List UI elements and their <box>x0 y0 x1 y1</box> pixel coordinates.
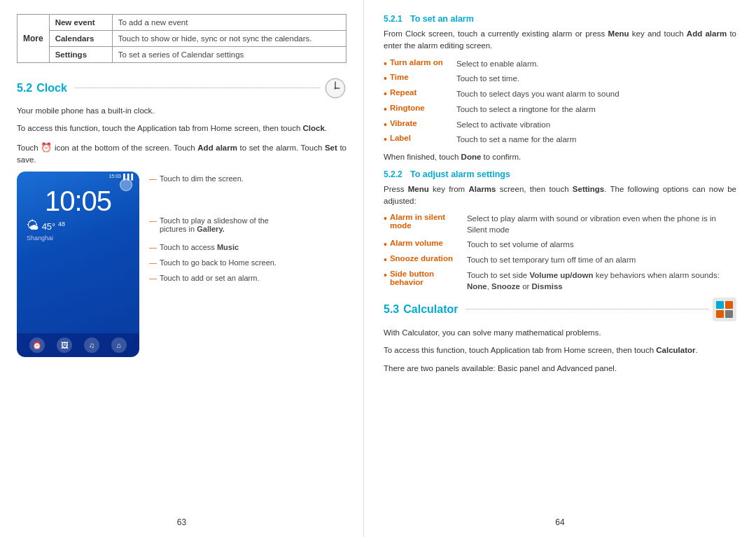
callout-gallery-text: Touch to play a slideshow of thepictures… <box>160 216 269 233</box>
bullet-desc: Touch to set time. <box>456 73 736 85</box>
temp-unit: 48 <box>58 221 65 228</box>
bullet-dot: • <box>384 213 387 235</box>
section-53-heading: 5.3 Calculator <box>384 298 736 321</box>
clock-icon <box>324 77 346 99</box>
callout-dim: — Touch to dim the screen. <box>149 174 276 183</box>
arrow-icon: — <box>149 258 157 267</box>
bullet-desc: Touch to set a name for the alarm <box>456 134 736 146</box>
bullet-label: Ringtone <box>390 104 456 116</box>
settings-label: Settings <box>49 47 112 63</box>
calc-intro1: With Calculator, you can solve many math… <box>384 327 736 339</box>
alarm-icon[interactable]: ⏰ <box>29 337 45 353</box>
bullet-turn-alarm: • Turn alarm on Select to enable alarm. <box>384 58 736 70</box>
bullet-vibrate: • Vibrate Select to activate vibration <box>384 119 736 131</box>
bullet-label: Repeat <box>390 88 456 100</box>
page-number-right: 64 <box>555 517 564 527</box>
arrow-icon: — <box>149 174 157 183</box>
alarm-adjust-list: • Alarm in silentmode Select to play ala… <box>384 213 736 292</box>
callout-gallery: — Touch to play a slideshow of thepictur… <box>149 216 276 233</box>
clock-intro3: Touch ⏰ icon at the bottom of the screen… <box>17 141 346 167</box>
bullet-label: Alarm in silentmode <box>390 213 467 235</box>
section-522-heading: 5.2.2 To adjust alarm settings <box>384 169 736 179</box>
settings-desc: To set a series of Calendar settings <box>112 47 346 63</box>
bullet-label: Time <box>390 73 456 85</box>
arrow-icon: — <box>149 243 157 251</box>
bullet-desc: Select to activate vibration <box>456 119 736 131</box>
section-522-title: To adjust alarm settings <box>410 169 510 179</box>
alarm-settings-list: • Turn alarm on Select to enable alarm. … <box>384 58 736 146</box>
bullet-dot: • <box>384 119 387 131</box>
bullet-repeat: • Repeat Touch to select days you want a… <box>384 88 736 100</box>
bullet-desc: Touch to set side Volume up/down key beh… <box>467 270 736 292</box>
new-event-desc: To add a new event <box>112 15 346 31</box>
bullet-dot: • <box>384 73 387 85</box>
finish-text: When finished, touch Done to confirm. <box>384 151 736 163</box>
section-52-heading: 5.2 Clock <box>17 77 346 99</box>
section-53: 5.3 Calculator With Calculator, you can … <box>384 298 736 375</box>
table-row: Calendars Touch to show or hide, sync or… <box>18 31 346 47</box>
bullet-desc: Select to play alarm with sound or vibra… <box>467 213 736 235</box>
music-icon[interactable]: ♫ <box>84 337 99 353</box>
bullet-desc: Touch to set temporary turn off time of … <box>467 254 736 266</box>
phone-mock: 15:03 ▌▌▌ 10:05 🌤 45° 48 Shanghai ⏰ 🖼 <box>17 172 139 357</box>
page-number-left: 63 <box>177 517 186 527</box>
temperature: 45° <box>42 221 56 232</box>
bullet-label: Side buttonbehavior <box>390 270 467 292</box>
section-53-title: Calculator <box>403 303 458 316</box>
bullet-time: • Time Touch to set time. <box>384 73 736 85</box>
bullet-desc: Touch to set volume of alarms <box>467 239 736 251</box>
bullet-dot: • <box>384 254 387 266</box>
city-name: Shanghai <box>17 235 139 242</box>
arrow-icon: — <box>149 216 157 225</box>
calc-intro3: There are two panels available: Basic pa… <box>384 363 736 375</box>
section-52-num: 5.2 <box>17 82 32 95</box>
more-cell: More <box>18 15 50 63</box>
callouts: — Touch to dim the screen. — Touch to pl… <box>139 172 276 289</box>
clock-phone-screen: 15:03 ▌▌▌ 10:05 🌤 45° 48 Shanghai ⏰ 🖼 <box>17 172 139 357</box>
section-52-title: Clock <box>36 82 67 95</box>
bullet-snooze: • Snooze duration Touch to set temporary… <box>384 254 736 266</box>
calc-intro2: To access this function, touch Applicati… <box>384 344 736 356</box>
clock-widget-area: 15:03 ▌▌▌ 10:05 🌤 45° 48 Shanghai ⏰ 🖼 <box>17 172 346 357</box>
callout-dim-text: Touch to dim the screen. <box>160 174 244 183</box>
bullet-label: Turn alarm on <box>390 58 456 70</box>
callout-music-text: Touch to access Music <box>160 243 239 251</box>
bullet-label-item: • Label Touch to set a name for the alar… <box>384 134 736 146</box>
bullet-dot: • <box>384 104 387 116</box>
calc-cell-mult <box>716 310 724 318</box>
section-53-num: 5.3 <box>384 303 399 316</box>
home-icon[interactable]: ⌂ <box>111 337 127 353</box>
section-521-intro: From Clock screen, touch a currently exi… <box>384 28 736 53</box>
section-521: 5.2.1 To set an alarm From Clock screen,… <box>384 14 736 164</box>
gallery-icon[interactable]: 🖼 <box>57 337 72 353</box>
bullet-label: Alarm volume <box>390 239 467 251</box>
callout-alarm-text: Touch to add or set an alarm. <box>160 274 259 282</box>
table-row: More New event To add a new event <box>18 15 346 31</box>
bullet-label: Label <box>390 134 456 146</box>
calculator-icon <box>713 298 736 321</box>
arrow-icon: — <box>149 274 157 282</box>
callout-music: — Touch to access Music <box>149 243 276 251</box>
svg-point-4 <box>335 88 337 90</box>
bullet-label: Snooze duration <box>390 254 467 266</box>
callout-home: — Touch to go back to Home screen. <box>149 258 276 267</box>
bullet-dot: • <box>384 270 387 292</box>
section-52-dots <box>74 88 320 88</box>
weather-icon: 🌤 <box>27 218 39 232</box>
new-event-label: New event <box>49 15 112 31</box>
table-row: Settings To set a series of Calendar set… <box>18 47 346 63</box>
calendars-label: Calendars <box>49 31 112 47</box>
section-521-num: 5.2.1 <box>384 14 402 24</box>
calc-cell-plus <box>716 301 724 309</box>
bullet-dot: • <box>384 58 387 70</box>
section-53-dots <box>465 309 709 309</box>
calendars-desc: Touch to show or hide, sync or not sync … <box>112 31 346 47</box>
bullet-dot: • <box>384 239 387 251</box>
bullet-desc: Touch to select a ringtone for the alarm <box>456 104 736 116</box>
section-522: 5.2.2 To adjust alarm settings Press Men… <box>384 169 736 292</box>
bullet-side-button: • Side buttonbehavior Touch to set side … <box>384 270 736 292</box>
right-page: 5.2.1 To set an alarm From Clock screen,… <box>364 0 756 537</box>
bullet-desc: Touch to select days you want alarm to s… <box>456 88 736 100</box>
section-521-heading: 5.2.1 To set an alarm <box>384 14 736 24</box>
section-521-title: To set an alarm <box>410 14 474 24</box>
